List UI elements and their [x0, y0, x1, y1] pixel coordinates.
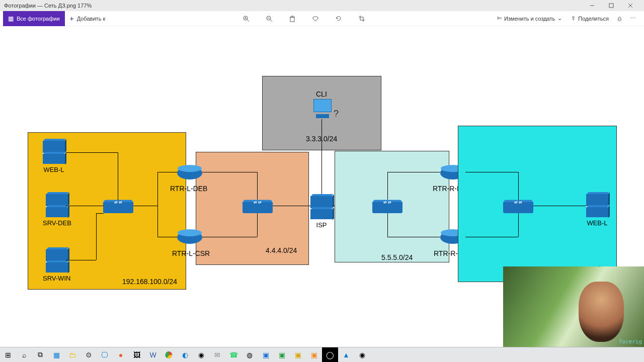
node-web-l-right: WEB-L: [586, 192, 608, 227]
window-maximize-button[interactable]: [602, 0, 621, 11]
favorite-button[interactable]: [311, 14, 320, 23]
chevron-down-icon: ⌄: [557, 15, 562, 22]
taskbar-firefox-icon[interactable]: ●: [113, 347, 129, 363]
switch-mid-left: ⇄ ⇄: [243, 199, 273, 213]
edit-create-label: Изменить и создать: [504, 16, 555, 22]
svg-rect-1: [609, 4, 613, 8]
svg-line-9: [270, 20, 272, 22]
taskbar-app-icon[interactable]: 🖼: [129, 347, 145, 363]
crop-button[interactable]: [357, 14, 366, 23]
window-titlebar: Фотографии — Сеть ДЗ.png 177%: [0, 0, 644, 11]
all-photos-label: Все фотографии: [17, 16, 60, 22]
rotate-button[interactable]: [334, 14, 343, 23]
node-srv-deb: SRV-DEB: [43, 192, 71, 227]
taskbar-word-icon[interactable]: W: [145, 347, 161, 363]
taskbar: ⊞ ⌕ ⧉ ▦ 🗀 ⚙ 🖵 ● 🖼 W ◐ ◉ ✉ ☎ ◍ ▣ ▣ ▣ ▣ ◯ …: [0, 347, 644, 362]
delete-button[interactable]: [288, 14, 297, 23]
rtr-l-deb-label: RTR-L-DEB: [170, 185, 207, 193]
link-cli-isp: [321, 119, 322, 195]
more-button[interactable]: ⋯: [630, 15, 636, 22]
svg-line-5: [247, 20, 249, 22]
plus-icon: +: [70, 15, 74, 23]
window-minimize-button[interactable]: [583, 0, 602, 11]
taskbar-obs-icon[interactable]: ◉: [354, 347, 370, 363]
share-button[interactable]: ⇪ Поделиться: [571, 15, 609, 22]
gallery-icon: ▦: [8, 15, 14, 22]
taskbar-app-icon[interactable]: ✉: [209, 347, 225, 363]
edit-create-button[interactable]: ✄ Изменить и создать ⌄: [497, 15, 562, 22]
taskbar-edge-icon[interactable]: ◐: [177, 347, 193, 363]
node-rtr-l-deb: [177, 164, 202, 179]
add-to-button[interactable]: + Добавить к: [65, 11, 111, 26]
window-close-button[interactable]: [621, 0, 640, 11]
switch-right: ⇄ ⇄: [503, 199, 533, 213]
add-to-label: Добавить к: [77, 16, 105, 22]
left-subnet: 192.168.100.0/24: [122, 278, 177, 286]
cli-label: CLI: [316, 90, 327, 98]
app-toolbar: ▦ Все фотографии + Добавить к ✄ Изменить…: [0, 11, 644, 26]
node-rtr-l-csr: [177, 229, 202, 244]
node-isp: ISP: [310, 194, 333, 229]
share-icon: ⇪: [571, 15, 576, 22]
mid-right-subnet: 5.5.5.0/24: [381, 253, 413, 261]
taskbar-app-icon[interactable]: ▦: [48, 347, 64, 363]
mid-left-subnet: 4.4.4.0/24: [266, 246, 297, 254]
printer-icon: ⎙: [618, 16, 621, 22]
taskbar-app-icon[interactable]: 🖵: [97, 347, 113, 363]
taskbar-search-button[interactable]: ⌕: [16, 347, 32, 363]
taskbar-chrome-icon[interactable]: [161, 347, 177, 363]
taskbar-app-icon[interactable]: ▣: [306, 347, 322, 363]
taskbar-app-icon[interactable]: ▣: [258, 347, 274, 363]
ellipsis-icon: ⋯: [630, 15, 636, 22]
taskbar-app-icon[interactable]: ▣: [274, 347, 290, 363]
rtr-l-csr-label: RTR-L-CSR: [172, 249, 210, 257]
all-photos-button[interactable]: ▦ Все фотографии: [3, 11, 65, 26]
webcam-watermark: facerig: [619, 338, 642, 345]
zoom-out-button[interactable]: [265, 14, 274, 23]
switch-mid-right: ⇄ ⇄: [372, 199, 403, 213]
taskbar-photos-icon[interactable]: ▲: [338, 347, 354, 363]
taskbar-app-icon[interactable]: ◉: [193, 347, 209, 363]
taskbar-start-button[interactable]: ⊞: [0, 347, 16, 363]
switch-left: ⇄ ⇄: [103, 199, 133, 213]
edit-icon: ✄: [497, 15, 502, 22]
svg-rect-11: [290, 17, 294, 22]
node-cli-pc: ?: [310, 99, 335, 119]
zoom-in-button[interactable]: [242, 14, 251, 23]
window-title: Фотографии — Сеть ДЗ.png 177%: [4, 3, 92, 9]
taskbar-explorer-icon[interactable]: 🗀: [64, 347, 80, 363]
print-button[interactable]: ⎙: [618, 16, 621, 22]
node-web-l-left: WEB-L: [43, 139, 65, 173]
taskbar-app-icon[interactable]: ◯: [322, 347, 338, 363]
taskbar-taskview-button[interactable]: ⧉: [32, 347, 48, 363]
taskbar-whatsapp-icon[interactable]: ☎: [225, 347, 242, 363]
taskbar-app-icon[interactable]: ▣: [290, 347, 306, 363]
node-srv-win: SRV-WIN: [43, 247, 70, 282]
taskbar-app-icon[interactable]: ◍: [242, 347, 258, 363]
share-label: Поделиться: [578, 16, 609, 22]
webcam-overlay: facerig: [503, 266, 644, 347]
taskbar-app-icon[interactable]: ⚙: [80, 347, 97, 363]
